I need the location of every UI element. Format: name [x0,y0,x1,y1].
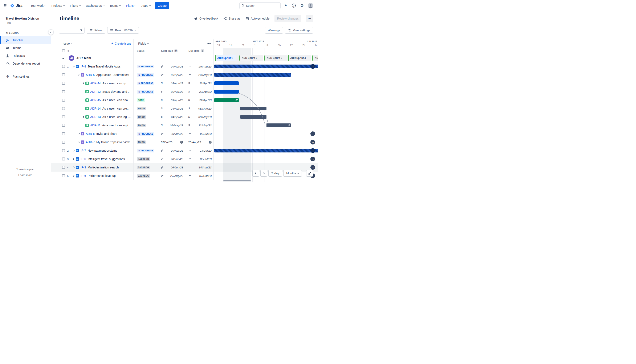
topnav-item-your-work[interactable]: Your work [28,0,48,11]
user-avatar[interactable] [308,3,313,8]
due-date-cell[interactable]: 14/Aug/23 [185,163,214,172]
issue-key-link[interactable]: IP-7 [80,149,86,152]
topnav-item-plans[interactable]: Plans [124,0,139,11]
issue-row-ip-5[interactable]: 3LEIP-5Intelligent travel suggestionsBAC… [51,155,318,163]
due-date-cell[interactable]: 25/Aug/23× [185,138,214,146]
status-lozenge[interactable]: TO DO [137,140,146,144]
status-lozenge[interactable]: BACKLOG [137,166,150,169]
start-date-cell[interactable]: S09/Apr/23 [158,96,185,104]
create-button[interactable]: Create [155,2,169,9]
timeline-search-input[interactable] [61,28,78,32]
start-date-cell[interactable]: 20/Jun/23 [158,155,185,163]
issue-row-ip-8[interactable]: 1LEIP-8Team Travel Mobile AppsIN PROGRES… [51,62,318,71]
gantt-bar-ADR-5[interactable] [214,73,291,77]
due-date-cell[interactable]: S22/Apr/23 [185,96,214,104]
issue-key-link[interactable]: ADR-45 [90,98,101,102]
help-icon[interactable]: ? [292,4,296,8]
sprint-chip-1[interactable]: ADR Sprint 1 [215,55,236,61]
issue-row-adr-5[interactable]: ADR-5App Basics - Android testIN PROGRES… [51,71,318,79]
auto-schedule-button[interactable]: Auto-schedule [246,17,270,20]
timeline-prev-button[interactable] [252,170,259,177]
jira-logo[interactable]: Jira [10,3,22,8]
scroll-to-end-arrow[interactable]: → [310,64,315,69]
zoom-level-dropdown[interactable]: Months [283,170,302,177]
start-date-column-header[interactable]: Start dateD [158,48,185,54]
row-checkbox[interactable] [62,132,65,135]
fields-column-header[interactable]: Fields [138,42,149,45]
row-checkbox[interactable] [62,124,65,127]
issue-key-link[interactable]: ADR-12 [90,90,101,93]
app-switcher-icon[interactable] [4,4,8,8]
sidebar-item-plan-settings[interactable]: ⚙ Plan settings [0,72,51,80]
issue-row-adr-14[interactable]: ADR-14As a user I can cre...TO DOS24/Apr… [51,104,318,113]
expand-chevron[interactable] [82,83,85,84]
start-date-cell[interactable]: S09/Apr/23 [158,79,185,88]
row-checkbox[interactable] [62,98,65,102]
topnav-item-teams[interactable]: Teams [107,0,124,11]
issue-row-adr-13[interactable]: ADR-13As a user I can log i...TO DOS24/A… [51,113,318,121]
start-date-cell[interactable]: 09/Apr/23 [158,146,185,155]
due-date-cell[interactable]: S22/May/23 [185,121,214,130]
topnav-item-dashboards[interactable]: Dashboards [83,0,107,11]
start-date-cell[interactable]: 09/Apr/23 [158,62,185,71]
due-date-cell[interactable]: 03/Jul/23 [185,130,214,138]
issue-row-adr-11[interactable]: ADR-11As a user I can log i...TO DOS09/M… [51,121,318,130]
issue-row-adr-44[interactable]: ADR-44As a user I can up...IN PROGRESSS0… [51,79,318,88]
sprint-chip-3[interactable]: ADR Sprint 3 [264,55,288,61]
expand-chevron[interactable] [72,175,75,176]
view-mode-dropdown[interactable]: Basic EDITED [107,27,139,34]
fullscreen-button[interactable] [306,170,313,177]
status-lozenge[interactable]: TO DO [137,115,146,119]
topnav-item-projects[interactable]: Projects [49,0,67,11]
gantt-bar-IP-8[interactable] [214,64,318,68]
topnav-item-filters[interactable]: Filters [67,0,83,11]
share-as-button[interactable]: Share as [223,17,240,20]
status-lozenge[interactable]: IN PROGRESS [137,82,154,85]
row-checkbox[interactable] [62,90,65,93]
row-checkbox[interactable] [62,65,65,68]
row-checkbox[interactable] [62,82,65,85]
status-lozenge[interactable]: IN PROGRESS [137,65,154,68]
status-lozenge[interactable]: IN PROGRESS [137,149,154,152]
sprint-chip-5[interactable]: ADR Sprint 5 [312,55,318,61]
collapse-team-chevron[interactable] [62,58,66,59]
row-checkbox[interactable] [62,166,65,169]
expand-chevron[interactable] [72,167,75,168]
issue-row-adr-6[interactable]: ADR-6Invite and shareIN PROGRESS06/Jun/2… [51,130,318,138]
scroll-to-bar-arrow[interactable]: → [310,165,315,170]
start-date-cell[interactable]: S24/Apr/23 [158,113,185,121]
issue-key-link[interactable]: IP-3 [80,166,86,169]
gantt-bar-ADR-11[interactable] [266,124,291,127]
sidebar-item-teams[interactable]: Teams [0,44,51,52]
start-date-cell[interactable]: 06/Jun/23 [158,130,185,138]
expand-chevron[interactable] [72,66,75,67]
sidebar-collapse-button[interactable] [48,30,54,35]
due-date-cell[interactable]: 22/May/23 [185,71,214,79]
expand-chevron[interactable] [72,150,75,151]
due-date-cell[interactable]: 07/Oct/23 [185,172,214,180]
gantt-bar-ADR-14[interactable] [240,106,266,110]
dependency-link-icon[interactable] [236,99,238,101]
start-date-cell[interactable]: 27/Aug/23 [158,172,185,180]
gantt-bar-IP-7[interactable] [214,149,318,152]
sidebar-item-timeline[interactable]: Timeline [0,36,51,44]
gantt-bar-ADR-45[interactable] [214,98,239,102]
view-settings-button[interactable]: View settings [285,27,313,34]
row-checkbox[interactable] [62,149,65,152]
due-date-column-header[interactable]: Due dateD [185,48,214,54]
filters-button[interactable]: Filters [87,27,105,34]
more-actions-button[interactable]: ··· [306,15,313,22]
status-lozenge[interactable]: TO DO [137,107,146,110]
review-changes-button[interactable]: Review changes [274,15,301,22]
select-all-checkbox[interactable] [62,50,65,52]
expand-chevron[interactable] [82,116,85,118]
status-lozenge[interactable]: IN PROGRESS [137,73,154,77]
today-button[interactable]: Today [268,170,282,177]
issue-key-link[interactable]: ADR-5 [86,73,95,76]
timeline-next-button[interactable] [260,170,267,177]
due-date-cell[interactable]: S08/May/23 [185,104,214,113]
status-lozenge[interactable]: TO DO [137,124,146,127]
timeline-search[interactable] [59,27,84,34]
row-checkbox[interactable] [62,74,65,76]
start-date-cell[interactable]: 06/Jun/23 [158,163,185,172]
